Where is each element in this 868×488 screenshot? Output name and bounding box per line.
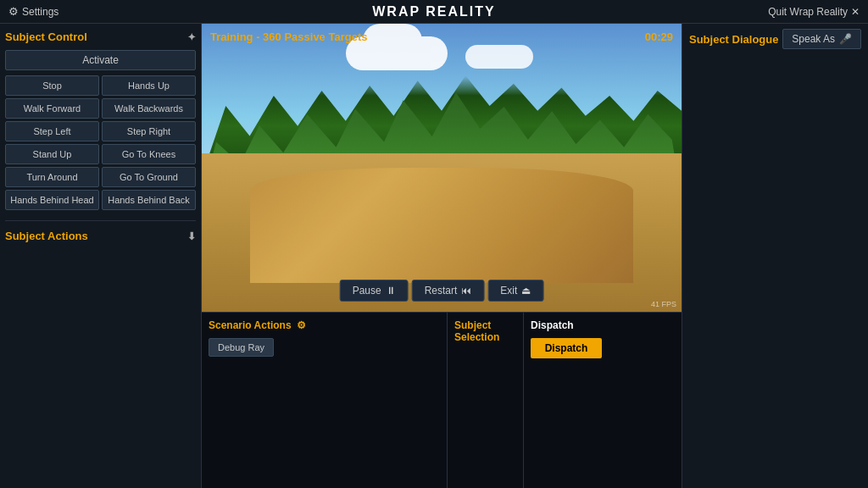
- quit-label: Quit Wrap Reality: [768, 6, 848, 18]
- dispatch-button[interactable]: Dispatch: [531, 338, 602, 358]
- restart-label: Restart: [425, 285, 458, 297]
- topbar: ⚙ Settings WRAP REALITY Quit Wrap Realit…: [0, 0, 868, 24]
- center-bottom: Scenario Actions ⚙ Debug Ray Subject Sel…: [202, 312, 682, 488]
- playback-controls: Pause ⏸ Restart ⏮ Exit ⏏: [340, 280, 544, 302]
- subject-control-header: Subject Control ✦: [5, 29, 196, 45]
- title-wrap: WRAP: [372, 4, 426, 19]
- hands-behind-back-button[interactable]: Hands Behind Back: [102, 190, 196, 210]
- subject-selection-label: Subject Selection: [454, 319, 516, 343]
- mic-icon: 🎤: [839, 33, 852, 45]
- left-panel: Subject Control ✦ Activate Stop Hands Up…: [0, 24, 202, 488]
- turn-around-button[interactable]: Turn Around: [5, 167, 99, 187]
- walk-forward-button[interactable]: Walk Forward: [5, 98, 99, 119]
- exit-button[interactable]: Exit ⏏: [487, 280, 543, 302]
- scenario-actions-label: Scenario Actions: [209, 319, 292, 331]
- pause-icon: ⏸: [386, 285, 396, 297]
- activate-button[interactable]: Activate: [5, 50, 196, 70]
- main-layout: Subject Control ✦ Activate Stop Hands Up…: [0, 24, 868, 488]
- viewport: Training - 360 Passive Targets 00:29 Pau…: [202, 24, 682, 312]
- settings-button[interactable]: ⚙ Settings: [8, 5, 58, 18]
- subject-selection-title: Subject Selection: [454, 319, 516, 343]
- settings-label: Settings: [22, 6, 58, 18]
- pause-label: Pause: [353, 285, 381, 297]
- pin-icon[interactable]: ✦: [187, 31, 196, 43]
- speak-as-label: Speak As: [792, 33, 835, 45]
- fps-indicator: 41 FPS: [651, 300, 676, 308]
- pause-button[interactable]: Pause ⏸: [340, 280, 409, 302]
- walk-backwards-button[interactable]: Walk Backwards: [102, 98, 196, 119]
- scenario-actions-panel: Scenario Actions ⚙ Debug Ray: [202, 313, 448, 488]
- speak-as-button[interactable]: Speak As 🎤: [782, 29, 861, 49]
- stand-up-button[interactable]: Stand Up: [5, 144, 99, 164]
- quit-icon: ✕: [851, 6, 860, 18]
- center-panel: Training - 360 Passive Targets 00:29 Pau…: [202, 24, 682, 488]
- viewport-title: Training - 360 Passive Targets: [210, 30, 367, 43]
- subject-selection-panel: Subject Selection: [448, 313, 524, 488]
- stop-button[interactable]: Stop: [5, 75, 99, 96]
- subject-control-title: Subject Control: [5, 30, 87, 43]
- subject-dialogue-title: Subject Dialogue: [689, 31, 778, 47]
- exit-label: Exit: [500, 285, 517, 297]
- dispatch-title: Dispatch: [531, 319, 602, 331]
- divider: [5, 220, 196, 221]
- dispatch-panel: Dispatch Dispatch: [524, 313, 609, 488]
- quit-button[interactable]: Quit Wrap Reality ✕: [768, 6, 860, 18]
- go-to-ground-button[interactable]: Go To Ground: [102, 167, 196, 187]
- hands-up-button[interactable]: Hands Up: [102, 75, 196, 96]
- debug-ray-button[interactable]: Debug Ray: [209, 338, 274, 357]
- restart-button[interactable]: Restart ⏮: [412, 280, 485, 302]
- subject-actions-title: Subject Actions: [5, 230, 88, 242]
- hands-behind-head-button[interactable]: Hands Behind Head: [5, 190, 99, 210]
- right-panel: Subject Dialogue Speak As 🎤: [682, 24, 868, 488]
- subject-actions-area: [5, 249, 196, 483]
- app-title: WRAP REALITY: [372, 4, 496, 19]
- scenario-actions-title: Scenario Actions ⚙: [209, 319, 440, 331]
- step-right-button[interactable]: Step Right: [102, 121, 196, 141]
- right-panel-top: Subject Dialogue Speak As 🎤: [689, 29, 861, 49]
- subject-actions-download-icon[interactable]: ⬇: [187, 230, 196, 242]
- restart-icon: ⏮: [461, 285, 471, 297]
- subject-actions-header: Subject Actions ⬇: [5, 228, 196, 244]
- title-reality: REALITY: [426, 4, 495, 19]
- exit-icon: ⏏: [521, 285, 531, 297]
- ground-detail: [250, 168, 634, 283]
- viewport-timer: 00:29: [645, 30, 673, 43]
- step-left-button[interactable]: Step Left: [5, 121, 99, 141]
- scene: [202, 24, 682, 312]
- scenario-actions-gear-icon[interactable]: ⚙: [297, 319, 306, 331]
- settings-gear-icon: ⚙: [8, 5, 19, 18]
- go-to-knees-button[interactable]: Go To Knees: [102, 144, 196, 164]
- control-button-grid: Stop Hands Up Walk Forward Walk Backward…: [5, 75, 196, 210]
- cloud2: [465, 45, 533, 69]
